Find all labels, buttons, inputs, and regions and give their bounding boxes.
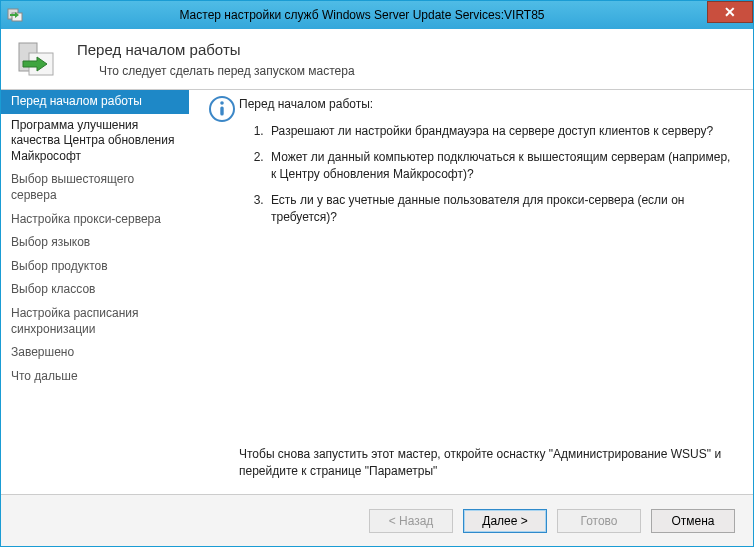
page-subtitle: Что следует сделать перед запуском масте…: [77, 64, 355, 78]
step-improvement-program[interactable]: Программа улучшения качества Центра обно…: [1, 114, 189, 169]
back-button: < Назад: [369, 509, 453, 533]
close-icon: ✕: [724, 5, 736, 19]
close-button[interactable]: ✕: [707, 1, 753, 23]
list-item: Может ли данный компьютер подключаться к…: [267, 149, 735, 184]
step-proxy[interactable]: Настройка прокси-сервера: [1, 208, 189, 232]
next-button[interactable]: Далее >: [463, 509, 547, 533]
step-label: Перед началом работы: [11, 94, 142, 108]
prerequisite-list: Разрешают ли настройки брандмауэра на се…: [239, 123, 735, 226]
window-title: Мастер настройки служб Windows Server Up…: [149, 8, 604, 22]
step-label: Выбор продуктов: [11, 259, 108, 273]
list-item: Есть ли у вас учетные данные пользовател…: [267, 192, 735, 227]
step-label: Настройка прокси-сервера: [11, 212, 161, 226]
step-languages[interactable]: Выбор языков: [1, 231, 189, 255]
wizard-buttons: < Назад Далее > Готово Отмена: [1, 494, 753, 546]
step-finished[interactable]: Завершено: [1, 341, 189, 365]
wizard-header: Перед началом работы Что следует сделать…: [1, 29, 753, 90]
content-text: Перед началом работы: Разрешают ли настр…: [239, 96, 735, 494]
wizard-content: Перед началом работы: Разрешают ли настр…: [189, 90, 753, 494]
step-before-you-begin[interactable]: Перед началом работы: [1, 90, 189, 114]
step-products[interactable]: Выбор продуктов: [1, 255, 189, 279]
wizard-steps-sidebar: Перед началом работы Программа улучшения…: [1, 90, 189, 494]
svg-rect-6: [220, 107, 223, 116]
page-title: Перед началом работы: [77, 41, 355, 58]
header-text: Перед началом работы Что следует сделать…: [77, 41, 355, 78]
step-label: Настройка расписания синхронизации: [11, 306, 138, 336]
cancel-button[interactable]: Отмена: [651, 509, 735, 533]
step-label: Выбор вышестоящего сервера: [11, 172, 134, 202]
step-label: Что дальше: [11, 369, 78, 383]
finish-button: Готово: [557, 509, 641, 533]
info-icon: [205, 96, 239, 494]
app-icon: [7, 7, 23, 23]
step-sync-schedule[interactable]: Настройка расписания синхронизации: [1, 302, 189, 341]
svg-point-5: [220, 101, 224, 105]
step-label: Выбор языков: [11, 235, 90, 249]
list-item: Разрешают ли настройки брандмауэра на се…: [267, 123, 735, 140]
content-heading: Перед началом работы:: [239, 96, 735, 113]
step-label: Выбор классов: [11, 282, 95, 296]
step-upstream-server[interactable]: Выбор вышестоящего сервера: [1, 168, 189, 207]
step-whats-next[interactable]: Что дальше: [1, 365, 189, 389]
step-label: Программа улучшения качества Центра обно…: [11, 118, 174, 163]
header-icon: [17, 39, 57, 79]
content-footnote: Чтобы снова запустить этот мастер, откро…: [239, 446, 735, 480]
wizard-body: Перед началом работы Программа улучшения…: [1, 90, 753, 494]
step-label: Завершено: [11, 345, 74, 359]
wizard-window: Мастер настройки служб Windows Server Up…: [0, 0, 754, 547]
step-classes[interactable]: Выбор классов: [1, 278, 189, 302]
titlebar: Мастер настройки служб Windows Server Up…: [1, 1, 753, 29]
